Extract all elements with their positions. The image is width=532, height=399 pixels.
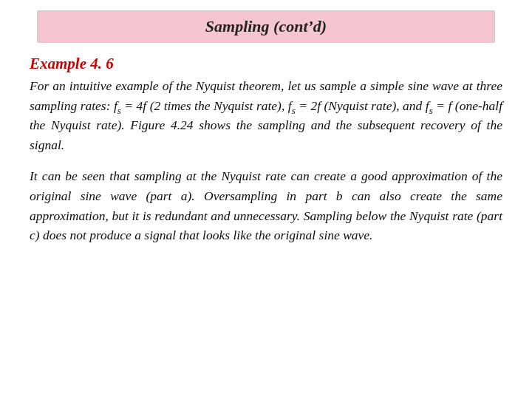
title-bar: Sampling (cont’d): [37, 10, 495, 43]
example-label: Example 4. 6: [30, 55, 502, 73]
paragraph-1: For an intuitive example of the Nyquist …: [30, 76, 502, 154]
page: Sampling (cont’d) Example 4. 6 For an in…: [0, 0, 532, 399]
main-content: For an intuitive example of the Nyquist …: [15, 76, 517, 257]
paragraph-2: It can be seen that sampling at the Nyqu…: [30, 166, 502, 245]
para2-text: It can be seen that sampling at the Nyqu…: [30, 168, 502, 242]
para1-text: For an intuitive example of the Nyquist …: [30, 78, 502, 152]
slide-title: Sampling (cont’d): [205, 17, 327, 35]
